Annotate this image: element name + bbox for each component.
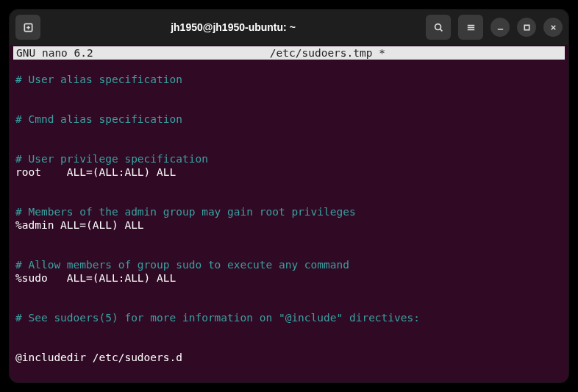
- rule-line: root ALL=(ALL:ALL) ALL: [15, 166, 176, 178]
- comment-line: # See sudoers(5) for more information on…: [15, 312, 420, 324]
- titlebar: jh1950@jh1950-ubuntu: ~: [10, 10, 568, 45]
- comment-line: # Cmnd alias specification: [15, 113, 182, 125]
- comment-line: # User privilege specification: [15, 153, 208, 165]
- editor-content[interactable]: # User alias specification # Cmnd alias …: [14, 60, 564, 382]
- comment-line: # User alias specification: [15, 74, 182, 85]
- nano-filename: /etc/sudoers.tmp *: [93, 46, 562, 60]
- maximize-button[interactable]: [517, 18, 536, 37]
- minimize-button[interactable]: [490, 18, 510, 37]
- nano-header: GNU nano 6.2 /etc/sudoers.tmp *: [13, 46, 565, 60]
- rule-line: %sudo ALL=(ALL:ALL) ALL: [15, 272, 176, 284]
- svg-rect-2: [524, 25, 529, 29]
- close-button[interactable]: [543, 18, 563, 37]
- terminal-window: jh1950@jh1950-ubuntu: ~ GNU nano 6.2 /et…: [10, 10, 568, 382]
- svg-point-1: [435, 24, 440, 29]
- rule-line: @includedir /etc/sudoers.d: [15, 352, 182, 363]
- comment-line: # Allow members of group sudo to execute…: [15, 259, 349, 271]
- terminal-body[interactable]: GNU nano 6.2 /etc/sudoers.tmp * # User a…: [10, 45, 568, 382]
- new-tab-button[interactable]: [15, 15, 40, 40]
- nano-app-name: GNU nano 6.2: [16, 46, 93, 60]
- search-button[interactable]: [426, 15, 451, 40]
- menu-button[interactable]: [458, 15, 483, 40]
- rule-line: %admin ALL=(ALL) ALL: [15, 219, 144, 231]
- window-title: jh1950@jh1950-ubuntu: ~: [46, 21, 420, 33]
- comment-line: # Members of the admin group may gain ro…: [15, 206, 356, 218]
